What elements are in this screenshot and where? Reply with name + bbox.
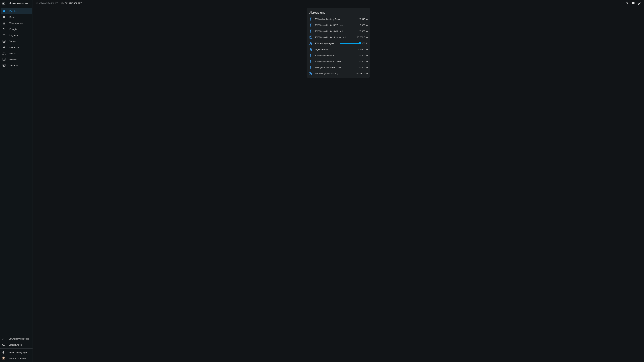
- sidebar-nav: PV-Live Karte Wärmepumpe Energie Logbuch…: [0, 7, 32, 336]
- flash-icon: [2, 27, 6, 31]
- sidebar-item-energie[interactable]: Energie: [1, 26, 32, 32]
- sidebar-item-label: File editor: [10, 46, 19, 49]
- edit-dashboard-icon[interactable]: [637, 2, 641, 5]
- hacs-icon: HACS: [2, 52, 6, 55]
- sidebar-item-file-editor[interactable]: File editor: [1, 44, 32, 50]
- flash-icon: [309, 65, 312, 69]
- bell-icon: [2, 351, 5, 354]
- assist-chat-icon[interactable]: [631, 2, 635, 5]
- slider-thumb[interactable]: [358, 42, 361, 44]
- row-value: -14.687,4 W: [356, 72, 368, 75]
- avatar: [2, 357, 5, 360]
- sidebar-item-user[interactable]: Manfred Tremmel: [0, 355, 32, 361]
- user-name: Manfred Tremmel: [9, 357, 26, 360]
- search-icon[interactable]: [625, 2, 629, 5]
- slider[interactable]: [340, 43, 360, 43]
- sidebar-item-label: Wärmepumpe: [10, 22, 23, 24]
- row-label: PV Einspeiselimit Soft: [315, 54, 356, 57]
- slider-wrap: 100 %: [340, 42, 368, 44]
- sidebar-item-label: HACS: [10, 52, 16, 55]
- row-label: Eigenverbrauch: [315, 48, 356, 51]
- weather-sunny-icon: [2, 9, 6, 13]
- wrench-icon: [2, 45, 6, 49]
- sidebar-item-label: Entwicklerwerkzeuge: [9, 338, 29, 340]
- topbar-actions: [625, 0, 642, 7]
- flash-icon: [309, 59, 312, 63]
- flash-icon: [309, 23, 312, 27]
- svg-rect-15: [3, 52, 5, 53]
- row-value: 26.000,0 W: [357, 36, 368, 38]
- sidebar-item-karte[interactable]: Karte: [1, 14, 32, 20]
- sidebar-item-label: Terminal: [10, 64, 18, 67]
- sidebar-item-medien[interactable]: Medien: [1, 56, 32, 62]
- topbar: PHOTOVOLTAIK LIVE PV EINSPEISELIMIT: [33, 0, 644, 7]
- sidebar-item-verlauf[interactable]: Verlauf: [1, 38, 32, 44]
- row-pv-wechselrichter-rct-limit[interactable]: PV Wechselrichter RCT Limit 6.000 W: [308, 22, 368, 28]
- flash-icon: [309, 17, 312, 21]
- row-sma-gesetztes-power-limit[interactable]: SMA gesetztes Power Limit 20.000 W: [308, 64, 368, 70]
- sidebar-item-pv-live[interactable]: PV-Live: [1, 8, 32, 14]
- row-value: 100 %: [362, 42, 368, 44]
- row-pv-wechselrichter-sma-limit[interactable]: PV Wechselrichter SMA Limit 20.000 W: [308, 28, 368, 34]
- sidebar-item-label: Karte: [10, 16, 14, 18]
- row-label: SMA gesetztes Power Limit: [315, 66, 356, 69]
- row-netzbezug-einspeisung[interactable]: Netzbezug/-einspeisung -14.687,4 W: [308, 70, 368, 76]
- row-pv-wechselrichter-summe-limit[interactable]: PV Wechselrichter Summe Limit 26.000,0 W: [308, 34, 368, 40]
- home-icon: [309, 47, 312, 51]
- row-label: PV Wechselrichter RCT Limit: [315, 24, 358, 26]
- row-label: PV Wechselrichter Summe Limit: [315, 36, 354, 38]
- menu-toggle-icon[interactable]: [2, 2, 6, 5]
- tab-label: PHOTOVOLTAIK LIVE: [36, 2, 58, 4]
- slider-fill: [340, 43, 360, 43]
- sidebar-item-terminal[interactable]: Terminal: [1, 62, 32, 68]
- hvac-icon: [2, 21, 6, 25]
- app-root: Home Assistant PV-Live Karte Wärmepumpe …: [0, 0, 644, 362]
- card-abregelung: Abregelung PV Module Leistung Peak 29.64…: [306, 8, 370, 78]
- row-label: Netzbezug/-einspeisung: [315, 72, 354, 75]
- spacer: [84, 0, 625, 7]
- row-value: 20.000 W: [358, 30, 368, 32]
- content: Abregelung PV Module Leistung Peak 29.64…: [33, 7, 644, 362]
- row-pv-module-leistung-peak[interactable]: PV Module Leistung Peak 29.645 W: [308, 16, 368, 22]
- sidebar-item-hacs[interactable]: HACS HACS: [1, 50, 32, 56]
- row-label: PV Einspeiselimit Soft SMA: [315, 60, 356, 63]
- flash-icon: [309, 29, 312, 33]
- row-value: 29.645 W: [358, 18, 368, 20]
- row-value: 26.000 W: [358, 54, 368, 57]
- sidebar-item-logbuch[interactable]: Logbuch: [1, 32, 32, 38]
- play-box-icon: [2, 58, 6, 61]
- sidebar-item-label: Logbuch: [10, 34, 18, 36]
- chart-box-icon: [2, 39, 6, 43]
- card-title: Abregelung: [308, 11, 368, 16]
- row-pv-einspeiselimit-soft-sma[interactable]: PV Einspeiselimit Soft SMA 20.000 W: [308, 58, 368, 64]
- map-icon: [2, 15, 6, 19]
- list-icon: [2, 33, 6, 37]
- row-eigenverbrauch[interactable]: Eigenverbrauch 3.839,0 W: [308, 46, 368, 52]
- sidebar-header: Home Assistant: [0, 0, 32, 7]
- row-label: PV Leistungsbegrenzung: [315, 42, 337, 44]
- row-label: PV Wechselrichter SMA Limit: [315, 30, 356, 32]
- console-icon: [2, 64, 6, 67]
- sidebar-item-label: Energie: [10, 28, 17, 30]
- sidebar-item-devtools[interactable]: Entwicklerwerkzeuge: [0, 336, 32, 342]
- sidebar-item-label: Medien: [10, 58, 16, 61]
- row-pv-einspeiselimit-soft[interactable]: PV Einspeiselimit Soft 26.000 W: [308, 52, 368, 58]
- tab-photovoltaik-live[interactable]: PHOTOVOLTAIK LIVE: [35, 0, 60, 7]
- hammer-icon: [2, 337, 5, 340]
- sidebar-item-label: Einstellungen: [9, 344, 22, 346]
- sidebar-item-label: Verlauf: [10, 40, 16, 42]
- row-pv-leistungsbegrenzung[interactable]: PV Leistungsbegrenzung 100 %: [308, 40, 368, 46]
- transmission-tower-icon: [309, 71, 312, 75]
- flash-icon: [309, 53, 312, 57]
- tabs: PHOTOVOLTAIK LIVE PV EINSPEISELIMIT: [33, 0, 84, 7]
- sidebar-item-label: Benachrichtigungen: [9, 351, 28, 354]
- sidebar-item-notifications[interactable]: Benachrichtigungen: [0, 349, 32, 355]
- app-title: Home Assistant: [9, 2, 28, 5]
- main: PHOTOVOLTAIK LIVE PV EINSPEISELIMIT Abre…: [32, 0, 644, 362]
- row-value: 6.000 W: [360, 24, 368, 26]
- sidebar-item-settings[interactable]: Einstellungen: [0, 342, 32, 348]
- sidebar-item-waermepumpe[interactable]: Wärmepumpe: [1, 20, 32, 26]
- cog-icon: [2, 343, 5, 347]
- tab-pv-einspeiselimit[interactable]: PV EINSPEISELIMIT: [60, 0, 84, 7]
- sidebar-bottom: Entwicklerwerkzeuge Einstellungen Benach…: [0, 336, 32, 362]
